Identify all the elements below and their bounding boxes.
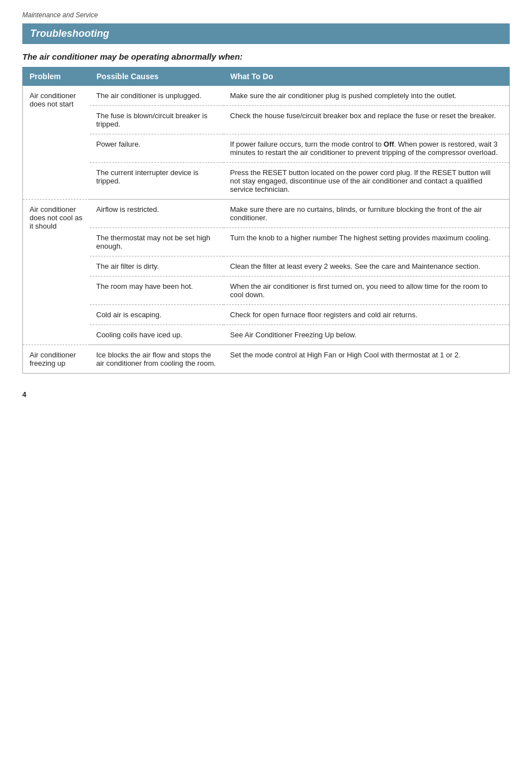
table-row: Power failure. If power failure occurs, …: [23, 134, 510, 163]
troubleshooting-table: Problem Possible Causes What To Do Air c…: [22, 67, 510, 374]
table-row: The fuse is blown/circuit breaker is tri…: [23, 106, 510, 134]
whattodo-cell: See Air Conditioner Freezing Up below.: [224, 325, 510, 345]
table-row: Air conditioner freezing up Ice blocks t…: [23, 345, 510, 374]
table-row: Air conditioner does not start The air c…: [23, 86, 510, 106]
page-number: 4: [22, 390, 510, 399]
whattodo-cell: Press the RESET button located on the po…: [224, 163, 510, 200]
problem-cell-1: Air conditioner does not start: [23, 86, 90, 200]
header-problem: Problem: [23, 67, 90, 86]
whattodo-cell: If power failure occurs, turn the mode c…: [224, 134, 510, 163]
cause-cell: The air conditioner is unplugged.: [90, 86, 224, 106]
table-row: The thermostat may not be set high enoug…: [23, 228, 510, 256]
problem-cell-3: Air conditioner freezing up: [23, 345, 90, 374]
cause-cell: The fuse is blown/circuit breaker is tri…: [90, 106, 224, 134]
cause-cell: Power failure.: [90, 134, 224, 163]
maintenance-label: Maintenance and Service: [22, 11, 510, 19]
cause-cell: The room may have been hot.: [90, 277, 224, 305]
cause-cell: The current interrupter device is trippe…: [90, 163, 224, 200]
table-row: Air conditioner does not cool as it shou…: [23, 200, 510, 228]
whattodo-cell: Check the house fuse/circuit breaker box…: [224, 106, 510, 134]
table-row: Cooling coils have iced up. See Air Cond…: [23, 325, 510, 345]
whattodo-cell: Make sure the air conditioner plug is pu…: [224, 86, 510, 106]
whattodo-cell: Make sure there are no curtains, blinds,…: [224, 200, 510, 228]
whattodo-cell: When the air conditioner is first turned…: [224, 277, 510, 305]
table-row: The current interrupter device is trippe…: [23, 163, 510, 200]
header-causes: Possible Causes: [90, 67, 224, 86]
header-whattodo: What To Do: [224, 67, 510, 86]
cause-cell: Cooling coils have iced up.: [90, 325, 224, 345]
whattodo-cell: Set the mode control at High Fan or High…: [224, 345, 510, 374]
table-row: Cold air is escaping. Check for open fur…: [23, 305, 510, 325]
whattodo-cell: Turn the knob to a higher number The hig…: [224, 228, 510, 256]
subtitle: The air conditioner may be operating abn…: [22, 52, 510, 61]
problem-cell-2: Air conditioner does not cool as it shou…: [23, 200, 90, 345]
cause-cell: The thermostat may not be set high enoug…: [90, 228, 224, 256]
section-header: Troubleshooting: [22, 23, 510, 44]
cause-cell: The air filter is dirty.: [90, 256, 224, 277]
table-row: The air filter is dirty. Clean the filte…: [23, 256, 510, 277]
whattodo-cell: Clean the filter at least every 2 weeks.…: [224, 256, 510, 277]
cause-cell: Ice blocks the air flow and stops the ai…: [90, 345, 224, 374]
cause-cell: Cold air is escaping.: [90, 305, 224, 325]
cause-cell: Airflow is restricted.: [90, 200, 224, 228]
whattodo-cell: Check for open furnace floor registers a…: [224, 305, 510, 325]
table-row: The room may have been hot. When the air…: [23, 277, 510, 305]
